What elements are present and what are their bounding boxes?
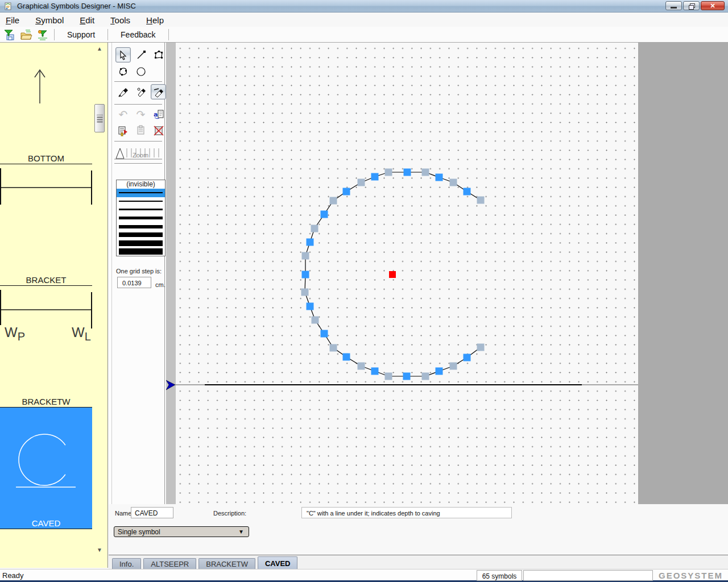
symbol-edit-layer[interactable] [166,43,638,504]
name-input[interactable]: CAVED [131,507,173,518]
control-point-handle[interactable] [301,289,309,296]
control-point-handle[interactable] [330,197,337,205]
pen-fill-tool-button[interactable] [151,84,166,99]
menu-help[interactable]: Help [146,15,164,25]
anchor-point-handle[interactable] [307,303,314,310]
tab-caved[interactable]: CAVED [258,556,298,569]
wp-label: WP [5,325,25,343]
line-style-option[interactable] [117,206,165,214]
svg-text:a: a [154,111,158,118]
symbol-item-caved-selected[interactable]: CAVED [0,408,92,529]
baseline-marker-arrow[interactable] [166,380,175,390]
symbol-item-bottom[interactable]: BOTTOM [0,43,92,164]
tab-bracketw[interactable]: BRACKETW [198,558,255,569]
polygon-tool-button[interactable] [151,47,166,63]
anchor-point-handle[interactable] [464,188,471,196]
grid-step-input[interactable]: 0.0139 [117,277,151,288]
export-symbol-button[interactable] [115,123,131,138]
anchor-point-handle[interactable] [436,174,443,181]
anchor-point-handle[interactable] [321,211,328,218]
delete-symbol-button[interactable] [151,123,166,138]
restore-button[interactable] [683,1,700,10]
export-symbol-icon [118,125,129,136]
menu-tools[interactable]: Tools [110,15,130,25]
anchor-point-handle[interactable] [371,173,379,181]
control-point-handle[interactable] [312,317,319,324]
screen-setup-icon[interactable] [36,28,49,41]
control-point-handle[interactable] [422,373,429,380]
line-style-option[interactable] [117,222,165,231]
anchor-point-handle[interactable] [343,188,350,196]
line-style-invisible[interactable]: (invisible) [117,180,165,189]
anchor-point-handle[interactable] [302,271,309,278]
anchor-point-handle[interactable] [464,354,471,361]
anchor-point-handle[interactable] [343,354,350,361]
circle-icon [136,66,146,77]
line-style-option[interactable] [117,239,165,248]
menu-edit[interactable]: Edit [80,15,94,25]
control-point-handle[interactable] [422,169,429,176]
line-style-option[interactable] [117,248,165,256]
sidebar-scrollbar[interactable]: ▲ ▼ [94,45,105,563]
scroll-up-icon[interactable]: ▲ [96,45,104,52]
anchor-point-handle[interactable] [371,368,379,375]
control-point-handle[interactable] [450,179,457,186]
symbol-item-label: CAVED [0,518,92,528]
save-icon[interactable] [3,28,16,41]
control-point-handle[interactable] [311,225,318,232]
anchor-point-handle[interactable] [321,330,328,338]
close-button[interactable]: ✕ [701,1,725,10]
control-point-handle[interactable] [302,252,309,260]
pen-edit-tool-button[interactable] [133,84,148,99]
feedback-button[interactable]: Feedback [113,29,163,40]
status-empty-box [523,570,653,581]
line-style-option[interactable] [117,214,165,222]
line-style-option[interactable] [117,189,165,197]
line-tool-button[interactable] [133,47,148,63]
description-input[interactable]: "C" with a line under it; indicates dept… [301,507,512,518]
line-style-option[interactable] [117,231,165,239]
grid-step-label: One grid step is: [116,268,162,275]
open-folder-icon[interactable] [19,28,33,41]
line-style-list[interactable]: (invisible) [116,180,166,256]
anchor-point-handle[interactable] [404,169,411,176]
symbol-item-bracket[interactable]: BRACKET [0,164,92,286]
control-point-handle[interactable] [385,373,392,380]
symbol-item-bracketw[interactable]: WP WL BRACKETW [0,286,92,408]
zoom-slider[interactable]: Zoom [114,144,163,162]
anchor-point-handle[interactable] [307,239,314,246]
anchor-point-handle[interactable] [403,373,411,380]
minimize-button[interactable] [665,1,682,10]
support-button[interactable]: Support [59,29,103,40]
scroll-down-icon[interactable]: ▼ [96,547,104,554]
center-point-marker[interactable] [389,271,396,278]
symbol-type-dropdown[interactable]: Single symbol ▼ [114,526,249,537]
symbol-type-value: Single symbol [118,528,160,536]
anchor-point-handle[interactable] [436,368,443,375]
tab-altseepr[interactable]: ALTSEEPR [143,558,196,569]
window-title: Graphical Symbols Designer - MISC [17,2,136,10]
toolbar-separator [54,29,55,40]
line-style-option[interactable] [117,197,165,206]
control-point-handle[interactable] [450,363,457,370]
bottom-symbol-preview [0,43,92,164]
control-point-handle[interactable] [385,169,392,176]
title-bar: Graphical Symbols Designer - MISC ✕ [0,0,728,13]
control-point-handle[interactable] [358,363,365,370]
curve-tool-button[interactable] [115,64,131,79]
ellipse-tool-button[interactable] [133,64,148,79]
control-point-handle[interactable] [477,197,485,204]
scrollbar-thumb[interactable] [94,104,105,132]
tool-palette: ↶ ↷ a [109,43,166,568]
tab-info[interactable]: Info. [112,558,141,569]
control-point-handle[interactable] [358,179,365,186]
menu-file[interactable]: File [6,15,19,25]
symbol-properties: Name: CAVED Description: "C" with a line… [109,504,728,555]
control-point-handle[interactable] [330,344,337,352]
replace-button[interactable]: a [151,106,166,122]
pen-draw-tool-button[interactable] [115,84,131,99]
control-point-handle[interactable] [477,344,485,351]
menu-symbol[interactable]: Symbol [35,15,64,25]
symbol-list-sidebar: BOTTOM BRACKET WP WL BRACKETW [0,43,108,568]
select-tool-button[interactable] [115,47,131,63]
